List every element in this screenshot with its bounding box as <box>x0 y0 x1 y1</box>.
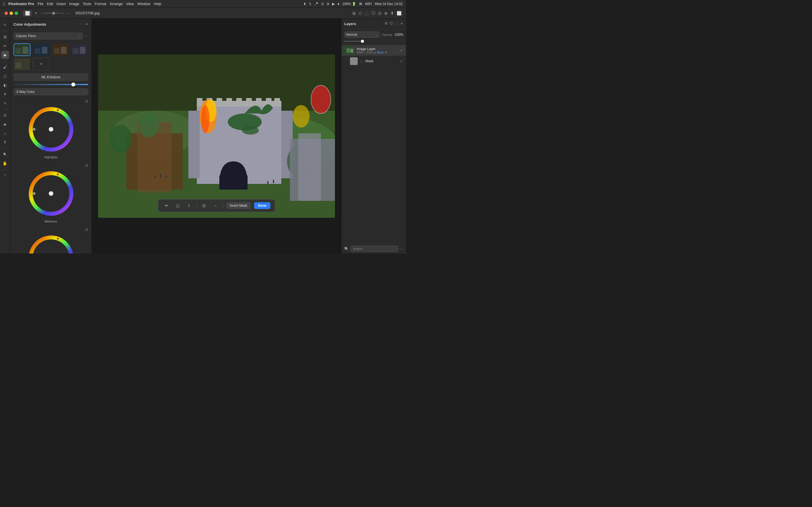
preset-thumb-2[interactable] <box>33 43 50 56</box>
menu-format[interactable]: Format <box>95 2 106 6</box>
opacity-slider[interactable] <box>344 41 364 42</box>
highlights-reset-icon[interactable]: ↺ <box>85 99 88 104</box>
search-box[interactable]: Search <box>350 245 398 252</box>
intensity-thumb[interactable] <box>71 82 75 87</box>
preset-thumb-5[interactable] <box>13 58 31 70</box>
menu-insert[interactable]: Insert <box>57 2 66 6</box>
erase-tool[interactable]: ◻ <box>1 72 9 80</box>
close-button[interactable] <box>4 11 8 15</box>
svg-rect-62 <box>154 175 156 178</box>
heal-tool[interactable]: ✦ <box>1 90 9 98</box>
minus-tool-bottom[interactable]: − <box>211 202 219 210</box>
blur-tool[interactable]: ⊙ <box>1 111 9 119</box>
three-way-chevron-icon: ⌄ <box>84 91 86 94</box>
svg-point-56 <box>139 112 159 137</box>
menu-window[interactable]: Window <box>137 2 150 6</box>
zoom-plus-icon[interactable]: + <box>62 11 64 15</box>
sidebar-right-icon[interactable]: ⬜ <box>397 11 402 15</box>
hand-tool[interactable]: ✋ <box>1 159 9 167</box>
highlights-label: Highlights <box>44 156 57 159</box>
crop-icon[interactable]: ⊡ <box>378 11 382 15</box>
svg-rect-43 <box>246 98 252 104</box>
type-tool[interactable]: T <box>1 138 9 146</box>
menu-edit[interactable]: Edit <box>47 2 53 6</box>
layer-visibility-check[interactable]: ✓ <box>400 48 403 53</box>
adjustments-tool[interactable]: ◈ <box>1 51 9 59</box>
help-tool[interactable]: ? <box>1 172 9 179</box>
intensity-slider[interactable] <box>13 84 88 85</box>
panel-add-icon[interactable]: + <box>85 21 88 27</box>
shadows-reset-icon[interactable]: ↺ <box>85 228 88 232</box>
layers-add-icon[interactable]: + <box>400 21 403 27</box>
shadows-wheel[interactable] <box>27 234 75 253</box>
layers-header-icons: ⊕ ⊡ ⬚ + <box>385 21 403 27</box>
preset-thumb-1[interactable] <box>13 43 31 56</box>
sidebar-toggle[interactable]: ⬜ <box>23 10 32 16</box>
svg-rect-63 <box>160 174 161 177</box>
info-icon[interactable]: ⓘ <box>371 11 375 16</box>
menu-pixelmator[interactable]: Pixelmator Pro <box>8 2 34 6</box>
menu-wifi: WiFi <box>365 2 372 6</box>
smudge-tool[interactable]: ∿ <box>1 99 9 107</box>
menu-file[interactable]: File <box>38 2 43 6</box>
ml-enhance-button[interactable]: ML Enhance <box>13 73 88 81</box>
menu-help[interactable]: Help <box>154 2 161 6</box>
preset-add-button[interactable]: + <box>33 58 50 70</box>
menu-view[interactable]: View <box>126 2 134 6</box>
dodge-tool[interactable]: ☼ <box>1 129 9 137</box>
preset-thumb-3[interactable] <box>52 43 69 56</box>
search-options-icon[interactable]: ··· <box>400 246 403 251</box>
preset-dropdown[interactable]: Classic Films ⌄ <box>13 33 83 40</box>
preset-selector-row: Classic Films ⌄ ··· <box>10 31 92 42</box>
layers-snapshot-icon[interactable]: ⊡ <box>390 21 393 27</box>
menu-s-icon: 𝕊 <box>309 2 311 6</box>
mask-layer-item[interactable]: ⬚ Mask ✓ <box>342 56 406 66</box>
layers-zoom-in-icon[interactable]: ⊕ <box>385 21 388 27</box>
share-icon[interactable]: ⬆ <box>391 11 394 15</box>
curves-tool-bottom[interactable]: ⌇ <box>185 202 193 210</box>
invert-mask-button[interactable]: Invert Mask <box>226 202 251 209</box>
preset-options-icon[interactable]: ··· <box>85 34 88 39</box>
midtones-reset-icon[interactable]: ↺ <box>85 163 88 168</box>
done-button[interactable]: Done <box>254 202 270 209</box>
zoom-tool[interactable]: 🔍 <box>1 151 9 158</box>
paint-tool[interactable]: ✏ <box>1 42 9 50</box>
highlights-wheel[interactable] <box>27 105 75 153</box>
svg-rect-8 <box>61 47 66 54</box>
export-icon[interactable]: ⬚ <box>365 11 368 15</box>
view-options-icon[interactable]: ⊕ <box>384 11 388 15</box>
layers-header: Layers ⊕ ⊡ ⬚ + <box>342 18 406 29</box>
brush-tool-bottom[interactable]: ✏ <box>163 202 170 210</box>
three-way-color-label: 3-Way Color <box>16 90 35 94</box>
clone-tool[interactable]: ◐ <box>1 81 9 89</box>
svg-rect-42 <box>236 98 242 104</box>
svg-point-29 <box>57 237 59 240</box>
mask-visibility-check[interactable]: ✓ <box>400 59 403 63</box>
crop-tool[interactable]: ⊞ <box>1 33 9 41</box>
zoom-slider[interactable] <box>44 13 61 13</box>
sharpen-tool[interactable]: ◈ <box>1 120 9 128</box>
three-way-color-dropdown[interactable]: 3-Way Color ⌄ <box>13 89 88 95</box>
layer-thumbnail <box>344 47 354 54</box>
three-way-color-row: 3-Way Color ⌄ <box>10 87 92 97</box>
fullscreen-button[interactable] <box>15 11 18 15</box>
preset-thumb-4[interactable] <box>71 43 88 56</box>
mask-tool-bottom[interactable]: ⊡ <box>200 202 208 210</box>
eraser-tool-bottom[interactable]: ◻ <box>174 202 182 210</box>
blend-mode-dropdown[interactable]: Normal ⌄ <box>344 32 379 38</box>
menu-arrange[interactable]: Arrange <box>110 2 123 6</box>
layers-mask-icon[interactable]: ⬚ <box>395 21 398 27</box>
panel-more-icon[interactable]: ··· <box>79 21 83 27</box>
brush-tool[interactable]: 🖌 <box>1 63 9 71</box>
layers-icon[interactable]: ⊞ <box>352 11 356 15</box>
mask-tag[interactable]: Mask ▼ <box>377 51 388 54</box>
menu-image[interactable]: Image <box>69 2 79 6</box>
select-tool[interactable]: ↖ <box>1 21 9 29</box>
midtones-wheel[interactable] <box>27 170 75 217</box>
zoom-minus-icon[interactable]: − <box>41 11 43 15</box>
menu-battery: 100% 🔋 <box>342 2 356 6</box>
layer-item-image[interactable]: Image Layer 4896 × 3264 px Mask ▼ ✓ <box>342 45 406 56</box>
colors-icon[interactable]: ⬡ <box>359 11 362 15</box>
minimize-button[interactable] <box>10 11 13 15</box>
menu-tools[interactable]: Tools <box>83 2 91 6</box>
